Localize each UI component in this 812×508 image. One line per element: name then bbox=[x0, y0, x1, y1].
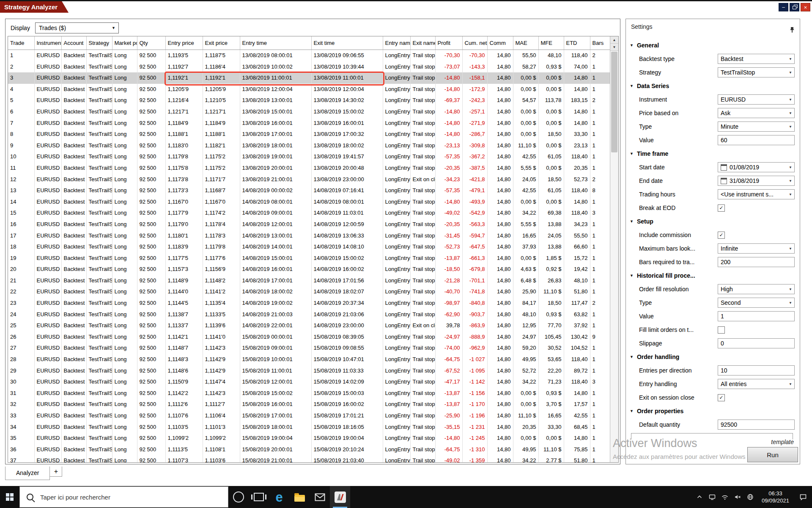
table-row[interactable]: 17EURUSDBacktestTestTrailStopLong92 5001… bbox=[8, 230, 610, 242]
table-row[interactable]: 23EURUSDBacktestTestTrailStopLong92 5001… bbox=[8, 298, 610, 309]
table-row[interactable]: 22EURUSDBacktestTestTrailStopLong92 5001… bbox=[8, 286, 610, 298]
table-row[interactable]: 5EURUSDBacktestTestTrailStopLong92 5001,… bbox=[8, 95, 610, 106]
volume-button[interactable] bbox=[731, 486, 744, 508]
ninjatrader-button[interactable] bbox=[330, 486, 350, 508]
date-picker[interactable]: 01/08/2019▼ bbox=[718, 162, 795, 172]
column-header[interactable]: Instrument bbox=[34, 36, 61, 50]
table-row[interactable]: 27EURUSDBacktestTestTrailStopLong92 5001… bbox=[8, 342, 610, 354]
setting-input[interactable] bbox=[718, 135, 795, 145]
setting-input[interactable] bbox=[718, 420, 795, 430]
settings-section-header[interactable]: ▼Setup bbox=[626, 215, 800, 228]
column-header[interactable]: MFE bbox=[538, 36, 564, 50]
column-header[interactable]: Trade bbox=[8, 36, 34, 50]
table-row[interactable]: 9EURUSDBacktestTestTrailStopLong92 5001,… bbox=[8, 140, 610, 152]
table-row[interactable]: 6EURUSDBacktestTestTrailStopLong92 5001,… bbox=[8, 106, 610, 118]
column-header[interactable]: Profit bbox=[435, 36, 462, 50]
table-row[interactable]: 19EURUSDBacktestTestTrailStopLong92 5001… bbox=[8, 253, 610, 264]
table-row[interactable]: 2EURUSDBacktestTestTrailStopLong92 5001,… bbox=[8, 61, 610, 73]
table-vertical-scrollbar[interactable]: ▲ ▼ bbox=[610, 36, 618, 462]
setting-input[interactable] bbox=[718, 257, 795, 267]
setting-input[interactable] bbox=[718, 338, 795, 348]
dropdown[interactable]: All entries▼ bbox=[718, 379, 795, 389]
setting-input[interactable] bbox=[718, 365, 795, 375]
table-row[interactable]: 35EURUSDBacktestTestTrailStopLong92 5001… bbox=[8, 433, 610, 444]
table-row[interactable]: 4EURUSDBacktestTestTrailStopLong92 5001,… bbox=[8, 84, 610, 95]
table-row[interactable]: 31EURUSDBacktestTestTrailStopLong92 5001… bbox=[8, 388, 610, 399]
search-input[interactable] bbox=[39, 493, 202, 501]
table-row[interactable]: 13EURUSDBacktestTestTrailStopLong92 5001… bbox=[8, 185, 610, 196]
column-header[interactable]: Exit time bbox=[311, 36, 383, 50]
task-view-button[interactable] bbox=[249, 486, 269, 508]
file-explorer-button[interactable] bbox=[289, 486, 310, 508]
settings-section-header[interactable]: ▼Historical fill proce... bbox=[626, 269, 800, 282]
scroll-down-button[interactable]: ▼ bbox=[610, 44, 618, 51]
column-header[interactable]: Exit name bbox=[410, 36, 435, 50]
table-row[interactable]: 30EURUSDBacktestTestTrailStopLong92 5001… bbox=[8, 376, 610, 388]
table-row[interactable]: 15EURUSDBacktestTestTrailStopLong92 5001… bbox=[8, 207, 610, 219]
table-row[interactable]: 34EURUSDBacktestTestTrailStopLong92 5001… bbox=[8, 422, 610, 433]
scroll-up-button[interactable]: ▲ bbox=[610, 36, 618, 44]
restore-button[interactable] bbox=[790, 3, 799, 11]
dropdown[interactable]: Backtest▼ bbox=[718, 54, 795, 64]
taskbar-search[interactable] bbox=[19, 486, 228, 508]
table-row[interactable]: 37EURUSDBacktestTestTrailStopLong92 5001… bbox=[8, 455, 610, 463]
start-button[interactable] bbox=[0, 486, 19, 508]
checkbox[interactable]: ✓ bbox=[718, 232, 725, 239]
column-header[interactable]: Qty bbox=[137, 36, 165, 50]
close-button[interactable]: × bbox=[801, 3, 810, 11]
dropdown[interactable]: Second▼ bbox=[718, 298, 795, 308]
column-header[interactable]: Strategy bbox=[86, 36, 112, 50]
mail-button[interactable] bbox=[310, 486, 330, 508]
settings-section-header[interactable]: ▼Time frame bbox=[626, 147, 800, 160]
column-header[interactable]: Entry price bbox=[165, 36, 203, 50]
settings-section-header[interactable]: ▼Order handling bbox=[626, 350, 800, 364]
edge-button[interactable]: e bbox=[269, 486, 289, 508]
add-tab-button[interactable]: + bbox=[50, 467, 62, 477]
dropdown[interactable]: EURUSD▼ bbox=[718, 94, 795, 105]
table-row[interactable]: 28EURUSDBacktestTestTrailStopLong92 5001… bbox=[8, 354, 610, 365]
display-dropdown[interactable]: Trades ($) ▼ bbox=[35, 22, 119, 33]
table-row[interactable]: 29EURUSDBacktestTestTrailStopLong92 5001… bbox=[8, 365, 610, 377]
column-header[interactable]: Bars bbox=[590, 36, 610, 50]
table-row[interactable]: 14EURUSDBacktestTestTrailStopLong92 5001… bbox=[8, 196, 610, 208]
checkbox[interactable] bbox=[718, 326, 725, 334]
setting-input[interactable] bbox=[718, 311, 795, 321]
table-row[interactable]: 12EURUSDBacktestTestTrailStopLong92 5001… bbox=[8, 174, 610, 185]
column-header[interactable]: Entry time bbox=[240, 36, 311, 50]
setting-input[interactable] bbox=[631, 433, 793, 439]
dropdown[interactable]: Infinite▼ bbox=[718, 243, 795, 254]
tab-analyzer[interactable]: Analyzer bbox=[5, 467, 50, 480]
column-header[interactable]: Market pos. bbox=[112, 36, 137, 50]
date-picker[interactable]: 31/08/2019▼ bbox=[718, 176, 795, 186]
cortana-button[interactable] bbox=[228, 486, 249, 508]
display-tray-button[interactable] bbox=[706, 486, 719, 508]
network-button[interactable] bbox=[719, 486, 731, 508]
table-row[interactable]: 26EURUSDBacktestTestTrailStopLong92 5001… bbox=[8, 331, 610, 343]
table-row[interactable]: 24EURUSDBacktestTestTrailStopLong92 5001… bbox=[8, 309, 610, 320]
table-row[interactable]: 3EURUSDBacktestTestTrailStopLong92 5001,… bbox=[8, 72, 610, 84]
run-button[interactable]: Run bbox=[747, 447, 798, 462]
table-row[interactable]: 36EURUSDBacktestTestTrailStopLong92 5001… bbox=[8, 444, 610, 456]
column-header[interactable]: Cum. net profit bbox=[462, 36, 487, 50]
dropdown[interactable]: High▼ bbox=[718, 284, 795, 294]
table-row[interactable]: 32EURUSDBacktestTestTrailStopLong92 5001… bbox=[8, 399, 610, 410]
dropdown[interactable]: Minute▼ bbox=[718, 121, 795, 132]
dropdown[interactable]: <Use instrument s...▼ bbox=[718, 189, 795, 199]
window-title-tab[interactable]: Strategy Analyzer bbox=[0, 1, 69, 13]
table-row[interactable]: 1EURUSDBacktestTestTrailStopLong92 5001,… bbox=[8, 50, 610, 61]
settings-section-header[interactable]: ▼Order properties bbox=[626, 404, 800, 418]
table-row[interactable]: 11EURUSDBacktestTestTrailStopLong92 5001… bbox=[8, 163, 610, 174]
table-row[interactable]: 33EURUSDBacktestTestTrailStopLong92 5001… bbox=[8, 410, 610, 422]
checkbox[interactable]: ✓ bbox=[718, 394, 725, 401]
table-row[interactable]: 10EURUSDBacktestTestTrailStopLong92 5001… bbox=[8, 151, 610, 163]
table-row[interactable]: 16EURUSDBacktestTestTrailStopLong92 5001… bbox=[8, 219, 610, 230]
scrollbar-thumb[interactable] bbox=[611, 52, 617, 152]
table-row[interactable]: 25EURUSDBacktestTestTrailStopLong92 5001… bbox=[8, 320, 610, 331]
hidden-icons-button[interactable] bbox=[693, 486, 706, 508]
column-header[interactable]: ETD bbox=[564, 36, 590, 50]
column-header[interactable]: Account bbox=[61, 36, 86, 50]
settings-section-header[interactable]: ▼General bbox=[626, 39, 800, 52]
table-row[interactable]: 8EURUSDBacktestTestTrailStopLong92 5001,… bbox=[8, 129, 610, 140]
language-button[interactable] bbox=[744, 486, 757, 508]
table-row[interactable]: 7EURUSDBacktestTestTrailStopLong92 5001,… bbox=[8, 118, 610, 129]
